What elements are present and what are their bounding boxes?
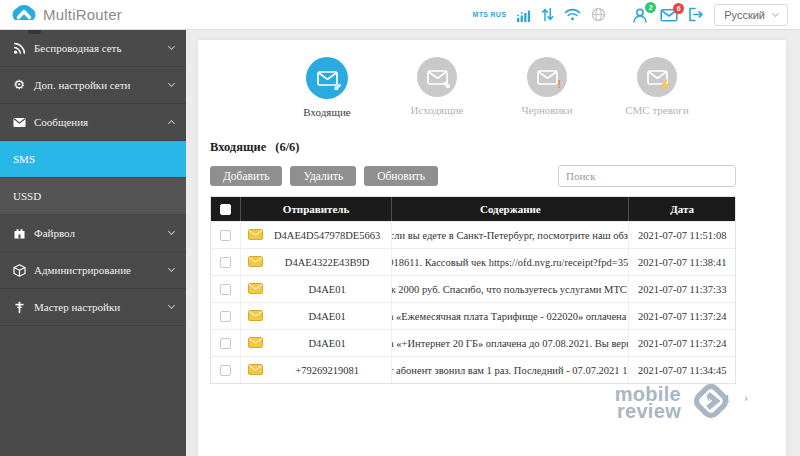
sender-cell: D4AE4322E43B9D	[266, 257, 389, 268]
table-row[interactable]: D4AE4D547978DE5663 Здравствуйте! Если вы…	[211, 221, 735, 248]
mobile-review-watermark: mobile review	[615, 378, 734, 428]
table-row[interactable]: D4AE01 Поступил платеж 2000 руб. Спасибо…	[211, 275, 735, 302]
next-page-button[interactable]: ›	[744, 390, 748, 405]
tab-sms-alarms[interactable]: ⚡ СМС тревоги	[610, 57, 704, 118]
sidebar: Беспроводная сеть ⚙ Доп. настройки сети …	[0, 30, 186, 456]
logout-icon[interactable]	[688, 7, 704, 22]
delete-button[interactable]: Удалить	[290, 166, 356, 186]
lightning-mark: ⚡	[659, 80, 671, 90]
sender-cell: D4AE01	[266, 311, 389, 322]
tab-label: Исходящие	[411, 104, 464, 116]
signal-strength-icon	[516, 8, 531, 22]
sender-cell: D4AE4D547978DE5663	[266, 230, 389, 241]
envelope-yellow-icon	[248, 337, 263, 350]
search-input[interactable]	[558, 165, 736, 187]
envelope-yellow-icon	[248, 310, 263, 323]
fortress-icon	[12, 226, 26, 240]
row-checkbox[interactable]	[220, 365, 231, 376]
chevron-down-icon	[168, 265, 175, 272]
toolbar: Добавить Удалить Обновить	[210, 165, 736, 187]
content-cell: Этот абонент звонил вам 1 раз. Последний…	[392, 357, 629, 383]
watermark-text: mobile review	[615, 386, 681, 420]
broadcast-icon	[12, 41, 26, 55]
cube-icon	[12, 263, 26, 277]
language-select[interactable]: Русский	[714, 4, 788, 26]
users-icon[interactable]: 2	[632, 7, 650, 23]
content-header: Входящие (6/6)	[210, 140, 736, 155]
date-cell: 2021-07-07 11:51:08	[629, 222, 735, 248]
envelope-yellow-icon	[248, 229, 263, 242]
chevron-down-icon	[168, 302, 175, 309]
sidebar-item-network-settings[interactable]: ⚙ Доп. настройки сети	[0, 67, 186, 104]
content-cell: ЕСПП: 1567803918611. Кассовый чек https:…	[392, 249, 629, 275]
date-cell: 2021-07-07 11:37:24	[629, 330, 735, 356]
row-checkbox[interactable]	[220, 257, 231, 268]
tab-drafts[interactable]: ! Черновики	[500, 57, 594, 118]
tab-label: Входящие	[303, 106, 350, 118]
outbox-envelope-icon: ⇘	[417, 57, 457, 97]
content-cell: Отлично! Услуга «+Интернет 20 ГБ» оплаче…	[392, 330, 629, 356]
sidebar-item-wireless[interactable]: Беспроводная сеть	[0, 30, 186, 67]
sidebar-item-sms[interactable]: SMS	[0, 141, 186, 178]
page-title: Входящие	[210, 140, 266, 155]
row-checkbox[interactable]	[220, 338, 231, 349]
sender-cell: D4AE01	[266, 284, 389, 295]
sidebar-item-label: Мастер настройки	[34, 301, 120, 313]
app-title: MultiRouter	[43, 6, 122, 23]
inbox-content: Входящие (6/6) Добавить Удалить Обновить…	[210, 140, 736, 405]
envelope-yellow-icon	[248, 283, 263, 296]
envelope-yellow-icon	[248, 256, 263, 269]
tab-label: СМС тревоги	[625, 104, 689, 116]
app-logo-icon	[12, 4, 36, 25]
date-cell: 2021-07-07 11:38:41	[629, 249, 735, 275]
content-cell: Здравствуйте! Если вы едете в Санкт-Пете…	[392, 222, 629, 248]
drafts-envelope-icon: !	[527, 57, 567, 97]
chevron-down-icon	[168, 80, 175, 87]
add-button[interactable]: Добавить	[210, 166, 282, 186]
sender-cell: +79269219081	[266, 365, 389, 376]
sidebar-item-label: Доп. настройки сети	[34, 79, 130, 91]
tab-inbox[interactable]: ⇙ Входящие	[280, 57, 374, 118]
tab-outbox[interactable]: ⇘ Исходящие	[390, 57, 484, 118]
sidebar-item-messages[interactable]: Сообщения	[0, 104, 186, 141]
date-cell: 2021-07-07 11:37:33	[629, 276, 735, 302]
gear-icon: ⚙	[12, 78, 26, 92]
refresh-button[interactable]: Обновить	[364, 166, 438, 186]
table-row[interactable]: D4AE4322E43B9D ЕСПП: 1567803918611. Касс…	[211, 248, 735, 275]
sidebar-item-setup-wizard[interactable]: Мастер настройки	[0, 289, 186, 326]
messages-table: Отправитель Содержание Дата D4AE4D547978…	[210, 196, 736, 384]
row-checkbox[interactable]	[220, 311, 231, 322]
message-tabs: ⇙ Входящие ⇘ Исходящие	[198, 40, 786, 118]
chevron-down-icon	[772, 9, 779, 16]
content-cell: Поступил платеж 2000 руб. Спасибо, что п…	[392, 276, 629, 302]
row-checkbox[interactable]	[220, 230, 231, 241]
column-header-date: Дата	[629, 197, 735, 221]
column-header-sender: Отправитель	[241, 197, 392, 221]
wifi-icon	[564, 8, 581, 21]
sidebar-item-firewall[interactable]: Файрвол	[0, 215, 186, 252]
sidebar-item-label: Администрирование	[34, 264, 131, 276]
sidebar-item-label: Беспроводная сеть	[34, 42, 121, 54]
row-checkbox[interactable]	[220, 284, 231, 295]
sidebar-item-administration[interactable]: Администрирование	[0, 252, 186, 289]
brand: MultiRouter	[0, 4, 122, 25]
envelope-icon	[12, 115, 26, 129]
envelope-yellow-icon	[248, 364, 263, 377]
chevron-down-icon	[168, 43, 175, 50]
inbox-envelope-icon: ⇙	[306, 57, 348, 99]
table-row[interactable]: D4AE01 Отлично! Услуга «Ежемесячная плат…	[211, 302, 735, 329]
messages-icon[interactable]: 6	[660, 8, 678, 22]
select-all-checkbox[interactable]	[220, 204, 231, 215]
traffic-updown-icon	[541, 7, 554, 22]
alarm-envelope-icon: ⚡	[637, 57, 677, 97]
date-cell: 2021-07-07 11:37:24	[629, 303, 735, 329]
sidebar-item-ussd[interactable]: USSD	[0, 178, 186, 215]
operator-label: MTS RUS	[473, 11, 507, 18]
outbox-arrow-mark: ⇘	[443, 80, 451, 90]
table-row[interactable]: D4AE01 Отлично! Услуга «+Интернет 20 ГБ»…	[211, 329, 735, 356]
top-bar: MultiRouter MTS RUS	[0, 0, 800, 30]
language-value: Русский	[724, 9, 765, 21]
status-icons: MTS RUS	[473, 4, 800, 26]
router-admin-screen: MultiRouter MTS RUS	[0, 0, 800, 456]
column-header-content: Содержание	[392, 197, 629, 221]
